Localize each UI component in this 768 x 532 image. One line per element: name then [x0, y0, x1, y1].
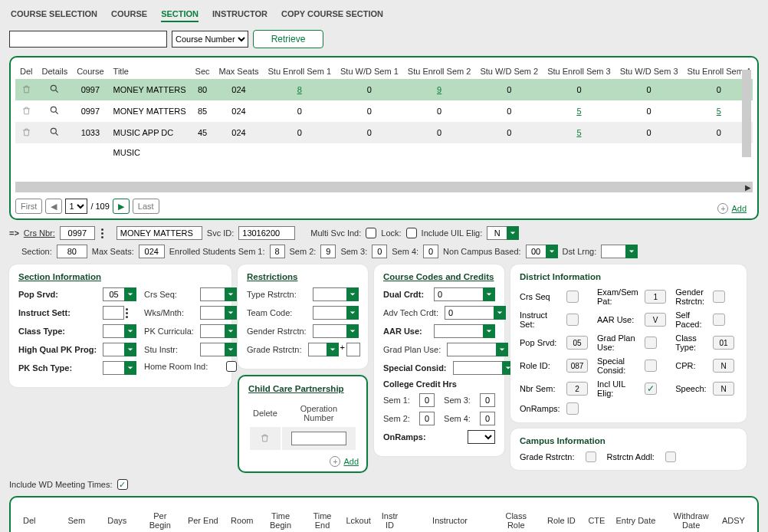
details-icon[interactable] — [49, 108, 60, 117]
stu-instr-input[interactable] — [200, 343, 225, 356]
team-code-input[interactable] — [313, 306, 346, 320]
col-sec: Sec — [191, 64, 215, 79]
search-input[interactable] — [9, 31, 167, 48]
aar-dd[interactable] — [483, 324, 495, 338]
ccp-op-input[interactable] — [291, 432, 346, 445]
ncb-input[interactable] — [526, 245, 546, 258]
pager-last[interactable]: Last — [133, 199, 159, 214]
search-filter-select[interactable]: Course Number — [172, 31, 248, 48]
pop-srvd-input[interactable] — [103, 287, 124, 301]
type-rstr-dd[interactable] — [346, 287, 359, 301]
pager-page-select[interactable]: 1 — [65, 199, 87, 214]
crs-seq-dd[interactable] — [225, 287, 237, 301]
cch-s4-input[interactable] — [480, 412, 495, 425]
stu-instr-dd[interactable] — [225, 343, 237, 356]
dual-input[interactable] — [434, 287, 483, 301]
uil-dd[interactable] — [507, 226, 519, 240]
class-type-input[interactable] — [103, 324, 124, 338]
wks-input[interactable] — [200, 306, 225, 320]
delete-icon[interactable] — [21, 87, 31, 96]
crs-seq-input[interactable] — [200, 287, 225, 301]
gender-rstr-input[interactable] — [313, 324, 346, 338]
cch-s2-input[interactable] — [419, 412, 435, 425]
retrieve-button[interactable]: Retrieve — [253, 30, 323, 48]
vertical-scrollbar[interactable] — [742, 70, 751, 157]
hq-pk-dd[interactable] — [124, 343, 136, 356]
add-plus-icon[interactable]: + — [717, 203, 728, 214]
pager-next[interactable]: ▶ — [113, 199, 130, 214]
pager-prev[interactable]: ◀ — [45, 199, 62, 214]
class-type-dd[interactable] — [124, 324, 136, 338]
pk-curr-dd[interactable] — [225, 324, 237, 338]
gender-rstr-dd[interactable] — [346, 324, 359, 338]
home-room-checkbox[interactable] — [226, 361, 237, 372]
aar-input[interactable] — [434, 324, 483, 338]
table-row[interactable]: 1033MUSIC APP DC4502400005000N — [15, 122, 753, 143]
delete-icon[interactable] — [21, 130, 31, 139]
lock-checkbox[interactable] — [406, 228, 417, 238]
type-rstr-input[interactable] — [313, 287, 346, 301]
team-code-dd[interactable] — [346, 306, 359, 320]
tab-course-selection[interactable]: COURSE SELECTION — [11, 9, 97, 22]
ccp-col-op: Operation Number — [282, 401, 356, 425]
dstlrng-input[interactable] — [601, 245, 625, 258]
grade-rstr-input[interactable] — [308, 343, 327, 356]
instruct-sett-picker[interactable] — [126, 306, 136, 320]
ccp-add-icon[interactable]: + — [330, 456, 340, 467]
svc-id-input[interactable] — [238, 226, 295, 240]
cch-s4-label: Sem 4: — [444, 414, 471, 423]
table-row[interactable]: MUSIC — [15, 143, 753, 162]
pk-sch-input[interactable] — [103, 361, 124, 375]
adv-input[interactable] — [445, 306, 494, 320]
pk-curr-input[interactable] — [200, 324, 225, 338]
dstlrng-dd[interactable] — [625, 245, 638, 258]
spec-input[interactable] — [453, 361, 502, 375]
table-row[interactable]: 0997MONEY MATTERS8002480900000N — [15, 79, 753, 100]
sem3-input[interactable] — [372, 245, 387, 258]
uil-input[interactable] — [487, 226, 507, 240]
gradplan-dd[interactable] — [496, 343, 508, 356]
add-link[interactable]: Add — [731, 204, 747, 213]
crs-title-input[interactable] — [117, 226, 202, 240]
onramps-select[interactable] — [468, 430, 495, 444]
wd-checkbox[interactable]: ✓ — [117, 479, 128, 490]
gradplan-input[interactable] — [447, 343, 496, 356]
pager-first[interactable]: First — [15, 199, 42, 214]
grade-rstr-dd[interactable] — [327, 343, 339, 356]
tab-instructor[interactable]: INSTRUCTOR — [212, 9, 267, 22]
pk-sch-dd[interactable] — [124, 361, 136, 375]
col-title: Title — [109, 64, 191, 79]
crs-picker-icon[interactable] — [101, 226, 112, 240]
horizontal-scrollbar[interactable]: ▶ — [15, 182, 753, 192]
hq-pk-input[interactable] — [103, 343, 124, 356]
col-course: Course — [72, 64, 108, 79]
tab-copy-course-section[interactable]: COPY COURSE SECTION — [281, 9, 383, 22]
cch-s1-input[interactable] — [419, 393, 435, 407]
max-seats-input[interactable] — [139, 245, 165, 258]
section-input[interactable] — [57, 245, 87, 258]
cch-s3-input[interactable] — [480, 393, 495, 407]
ccp-delete-icon[interactable] — [260, 435, 270, 445]
msi-checkbox[interactable] — [366, 228, 376, 238]
section-info-title: Section Information — [18, 272, 222, 281]
pop-srvd-dd[interactable] — [124, 287, 136, 301]
adv-dd[interactable] — [494, 306, 506, 320]
tab-course[interactable]: COURSE — [111, 9, 147, 22]
ncb-dd[interactable] — [546, 245, 558, 258]
tab-section[interactable]: SECTION — [161, 9, 199, 22]
sem1-input[interactable] — [270, 245, 285, 258]
details-icon[interactable] — [49, 130, 60, 139]
details-icon[interactable] — [49, 87, 60, 96]
dual-dd[interactable] — [483, 287, 495, 301]
delete-icon[interactable] — [21, 108, 31, 117]
instruct-sett-input[interactable] — [103, 306, 124, 320]
aar-label: AAR Use: — [383, 327, 422, 336]
d-gender-label: Gender Rstrctn: — [675, 287, 707, 306]
crs-nbr-input[interactable] — [60, 226, 95, 240]
table-row[interactable]: 0997MONEY MATTERS8502400005050N — [15, 100, 753, 122]
ccp-add-link[interactable]: Add — [343, 457, 359, 466]
sem4-input[interactable] — [423, 245, 438, 258]
wks-dd[interactable] — [225, 306, 237, 320]
grade-rstr-addl-input[interactable] — [346, 343, 360, 356]
sem2-input[interactable] — [320, 245, 336, 258]
